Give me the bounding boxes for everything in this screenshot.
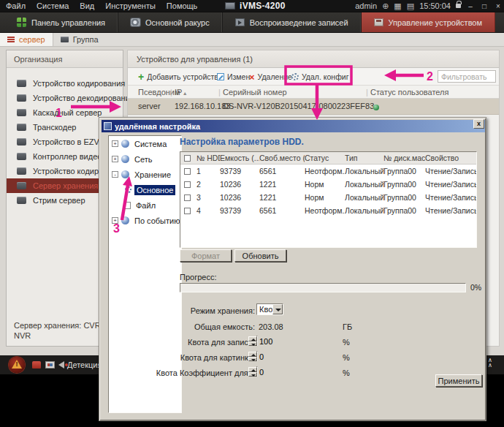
- menu-item[interactable]: Система: [37, 1, 69, 10]
- hdd-type: Локальный: [345, 193, 383, 202]
- subtab-group[interactable]: Группа: [53, 33, 106, 46]
- camera-icon: [131, 18, 140, 26]
- globe-node-icon: [121, 216, 129, 224]
- hdd-free-space: 6561: [259, 167, 305, 175]
- hdd-checkbox[interactable]: [184, 168, 191, 175]
- hdd-status: Норм: [305, 193, 345, 202]
- monitor-icon[interactable]: ▦: [394, 0, 401, 12]
- menu-item[interactable]: Вид: [80, 1, 94, 10]
- hdd-row[interactable]: 4 93739 6561 Неотформ... Локальный Групп…: [180, 204, 476, 217]
- remote-config-button[interactable]: Удал. конфиг: [291, 68, 348, 86]
- snapshot-icon[interactable]: [45, 361, 55, 369]
- add-device-label: Добавить устройство: [147, 72, 222, 81]
- col-property: Свойство: [425, 154, 476, 162]
- tree-item-storage[interactable]: - Хранение: [109, 167, 181, 182]
- expand-icon[interactable]: +: [112, 156, 118, 162]
- hdd-row[interactable]: 2 10236 1221 Норм Локальный Группа00 Чте…: [180, 178, 476, 191]
- calendar-icon[interactable]: ▤: [407, 0, 414, 12]
- hdd-free-space: 6561: [259, 206, 305, 215]
- hdd-table: № HDD. Емкость (... Своб.место (... Стат…: [180, 151, 477, 248]
- tree-item-general[interactable]: Основное: [109, 182, 181, 197]
- edit-device-button[interactable]: Измен: [217, 68, 250, 86]
- select-all-checkbox[interactable]: [184, 155, 191, 162]
- main-nav-tabs: Панель управления Основной ракурс Воспро…: [0, 12, 504, 33]
- total-capacity-label: Общая емкость:: [194, 322, 255, 331]
- ratio-quota-input[interactable]: [257, 367, 317, 377]
- server-list-icon: [7, 37, 15, 42]
- ratio-quota-label: Квота Коэффициент для...: [156, 369, 255, 377]
- hdd-capacity: 93739: [220, 167, 259, 175]
- expand-icon[interactable]: +: [112, 217, 118, 224]
- alarm-event-icon[interactable]: [32, 361, 41, 369]
- globe-icon[interactable]: ⊕: [382, 0, 389, 12]
- sidebar-item-label: Транскодер: [33, 123, 76, 132]
- tab-control-panel[interactable]: Панель управления: [4, 12, 118, 32]
- device-panel-header: Устройство для управления (1): [128, 50, 499, 68]
- tab-label: Управление устройством: [389, 18, 482, 27]
- hdd-checkbox[interactable]: [184, 194, 191, 201]
- tree-label: Сеть: [132, 154, 154, 165]
- speaker-icon[interactable]: [58, 361, 64, 369]
- close-button[interactable]: ×: [494, 2, 503, 10]
- maximize-button[interactable]: □: [480, 2, 489, 10]
- col-status: Статус: [305, 154, 345, 162]
- tab-main-view[interactable]: Основной ракурс: [118, 12, 223, 32]
- dialog-close-button[interactable]: x: [473, 119, 484, 129]
- col-serial[interactable]: Серийный номер: [223, 88, 287, 97]
- subtab-server[interactable]: сервер: [0, 33, 53, 46]
- menu-items: ФайлСистемаВидИнструментыПомощь: [0, 1, 197, 10]
- hdd-checkbox[interactable]: [184, 181, 191, 188]
- progress-percent: 0%: [470, 283, 481, 292]
- alarm-warning-icon[interactable]: !: [9, 357, 25, 373]
- expand-icon[interactable]: +: [112, 140, 118, 147]
- hdd-row[interactable]: 1 93739 6561 Неотформ... Локальный Групп…: [180, 165, 476, 178]
- tree-label: Хранение: [132, 170, 173, 180]
- refresh-button[interactable]: Обновить: [234, 249, 286, 262]
- hdd-type: Локальный: [345, 167, 383, 175]
- device-row-server[interactable]: server 192.168.10.183 DS-NVR-V120B201504…: [128, 99, 499, 115]
- col-ip[interactable]: IP: [175, 88, 182, 97]
- app-title: iVMS-4200: [240, 1, 286, 11]
- dialog-title-bar[interactable]: удалённая настройка: [102, 120, 485, 132]
- collapse-icon[interactable]: -: [112, 171, 118, 178]
- tree-item-system[interactable]: + Система: [109, 136, 181, 151]
- device-type-icon: [17, 94, 26, 102]
- picture-quota-unit: %: [343, 353, 350, 362]
- spin-down-icon[interactable]: [248, 357, 257, 362]
- ratio-quota-stepper[interactable]: [256, 366, 258, 377]
- tree-item-event[interactable]: + По событию: [109, 213, 181, 228]
- col-hdd-num: № HDD.: [196, 154, 220, 162]
- sidebar-item[interactable]: Устройство кодирования: [7, 76, 123, 91]
- format-button[interactable]: Формат: [180, 249, 232, 262]
- lock-icon[interactable]: [456, 4, 461, 8]
- menu-item[interactable]: Инструменты: [105, 1, 156, 10]
- menu-item[interactable]: Файл: [6, 1, 26, 10]
- sidebar-item[interactable]: Устройство декодирования: [7, 91, 123, 105]
- menu-item[interactable]: Помощь: [167, 1, 198, 10]
- tab-device-management[interactable]: Управление устройством: [362, 12, 495, 32]
- filter-input[interactable]: [438, 70, 496, 83]
- hdd-checkbox[interactable]: [184, 208, 191, 214]
- minimize-button[interactable]: –: [466, 2, 475, 10]
- spin-down-icon[interactable]: [248, 372, 257, 377]
- record-quota-stepper[interactable]: [256, 336, 258, 346]
- chevron-down-icon[interactable]: [272, 304, 283, 314]
- spin-down-icon[interactable]: [248, 341, 257, 347]
- picture-quota-input[interactable]: [257, 352, 317, 361]
- tree-item-file[interactable]: Файл: [109, 197, 181, 213]
- tab-playback[interactable]: Воспроизведение записей: [223, 12, 362, 32]
- delete-device-button[interactable]: × Удаление: [249, 68, 292, 86]
- add-device-button[interactable]: + Добавить устройство: [138, 68, 223, 86]
- apply-button[interactable]: Применить: [435, 374, 482, 387]
- tree-label: По событию: [132, 216, 182, 226]
- tab-label: Воспроизведение записей: [250, 18, 348, 27]
- device-serial: DS-NVR-V120B20150417-0800223FEF83: [223, 102, 374, 110]
- col-user-status[interactable]: Статус пользователя: [370, 88, 449, 97]
- tree-item-network[interactable]: + Сеть: [109, 151, 181, 167]
- device-alias: server: [138, 102, 161, 110]
- picture-quota-stepper[interactable]: [256, 351, 258, 361]
- storage-mode-select[interactable]: Квота: [256, 303, 283, 315]
- col-type: Тип: [345, 154, 383, 162]
- hdd-row[interactable]: 3 10236 1221 Норм Локальный Группа00 Чте…: [180, 191, 476, 204]
- record-quota-input[interactable]: [257, 336, 317, 346]
